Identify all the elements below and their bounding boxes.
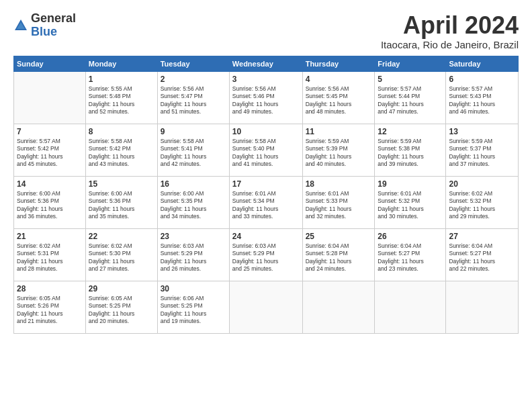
calendar-cell: 28Sunrise: 6:05 AMSunset: 5:26 PMDayligh… bbox=[14, 281, 86, 333]
day-info: Sunrise: 6:03 AMSunset: 5:29 PMDaylight:… bbox=[161, 242, 226, 273]
day-number: 13 bbox=[449, 127, 515, 136]
day-number: 2 bbox=[161, 75, 226, 84]
day-info: Sunrise: 6:04 AMSunset: 5:27 PMDaylight:… bbox=[449, 242, 515, 273]
day-info: Sunrise: 6:00 AMSunset: 5:36 PMDaylight:… bbox=[17, 190, 83, 221]
calendar-cell: 13Sunrise: 5:59 AMSunset: 5:37 PMDayligh… bbox=[446, 124, 519, 176]
day-number: 9 bbox=[161, 127, 226, 136]
day-info: Sunrise: 5:58 AMSunset: 5:41 PMDaylight:… bbox=[161, 138, 226, 169]
logo-general: General bbox=[31, 12, 76, 26]
calendar-cell: 18Sunrise: 6:01 AMSunset: 5:33 PMDayligh… bbox=[302, 176, 375, 228]
calendar-cell bbox=[229, 281, 302, 333]
logo-icon bbox=[13, 18, 28, 33]
calendar-cell: 14Sunrise: 6:00 AMSunset: 5:36 PMDayligh… bbox=[14, 176, 86, 228]
day-info: Sunrise: 5:58 AMSunset: 5:40 PMDaylight:… bbox=[232, 138, 300, 169]
calendar-cell: 6Sunrise: 5:57 AMSunset: 5:43 PMDaylight… bbox=[446, 71, 519, 124]
day-number: 18 bbox=[306, 179, 372, 189]
day-number: 14 bbox=[17, 179, 83, 189]
calendar-cell: 19Sunrise: 6:01 AMSunset: 5:32 PMDayligh… bbox=[375, 176, 446, 228]
day-info: Sunrise: 6:01 AMSunset: 5:32 PMDaylight:… bbox=[378, 190, 443, 221]
calendar-cell: 23Sunrise: 6:03 AMSunset: 5:29 PMDayligh… bbox=[157, 228, 229, 281]
calendar-cell: 10Sunrise: 5:58 AMSunset: 5:40 PMDayligh… bbox=[229, 124, 302, 176]
day-info: Sunrise: 6:01 AMSunset: 5:33 PMDaylight:… bbox=[306, 190, 372, 221]
day-number: 30 bbox=[161, 284, 226, 293]
day-number: 25 bbox=[306, 232, 372, 241]
calendar-week-row-2: 7Sunrise: 5:57 AMSunset: 5:42 PMDaylight… bbox=[14, 124, 519, 176]
col-tuesday: Tuesday bbox=[157, 56, 229, 71]
col-wednesday: Wednesday bbox=[229, 56, 302, 71]
calendar-cell bbox=[446, 281, 519, 333]
day-info: Sunrise: 5:59 AMSunset: 5:38 PMDaylight:… bbox=[378, 138, 443, 169]
day-info: Sunrise: 6:02 AMSunset: 5:30 PMDaylight:… bbox=[89, 242, 154, 273]
day-info: Sunrise: 5:57 AMSunset: 5:43 PMDaylight:… bbox=[449, 85, 515, 116]
day-info: Sunrise: 6:02 AMSunset: 5:32 PMDaylight:… bbox=[449, 190, 515, 221]
logo-text: General Blue bbox=[31, 12, 76, 39]
day-number: 7 bbox=[17, 127, 83, 136]
day-number: 4 bbox=[306, 75, 372, 84]
day-info: Sunrise: 5:56 AMSunset: 5:46 PMDaylight:… bbox=[232, 85, 300, 116]
day-number: 15 bbox=[89, 179, 154, 189]
day-info: Sunrise: 5:59 AMSunset: 5:39 PMDaylight:… bbox=[306, 138, 372, 169]
day-info: Sunrise: 5:55 AMSunset: 5:48 PMDaylight:… bbox=[89, 85, 154, 116]
day-number: 21 bbox=[17, 232, 83, 241]
day-number: 6 bbox=[449, 75, 515, 84]
calendar-cell: 20Sunrise: 6:02 AMSunset: 5:32 PMDayligh… bbox=[446, 176, 519, 228]
calendar-cell: 26Sunrise: 6:04 AMSunset: 5:27 PMDayligh… bbox=[375, 228, 446, 281]
day-number: 8 bbox=[89, 127, 154, 136]
day-info: Sunrise: 6:03 AMSunset: 5:29 PMDaylight:… bbox=[232, 242, 300, 273]
day-info: Sunrise: 5:56 AMSunset: 5:47 PMDaylight:… bbox=[161, 85, 226, 116]
calendar-cell: 25Sunrise: 6:04 AMSunset: 5:28 PMDayligh… bbox=[302, 228, 375, 281]
day-number: 10 bbox=[232, 127, 300, 136]
calendar-week-row-5: 28Sunrise: 6:05 AMSunset: 5:26 PMDayligh… bbox=[14, 281, 519, 333]
calendar-cell: 21Sunrise: 6:02 AMSunset: 5:31 PMDayligh… bbox=[14, 228, 86, 281]
calendar-cell: 24Sunrise: 6:03 AMSunset: 5:29 PMDayligh… bbox=[229, 228, 302, 281]
calendar-cell: 29Sunrise: 6:05 AMSunset: 5:25 PMDayligh… bbox=[85, 281, 157, 333]
title-block: April 2024 Itaocara, Rio de Janeiro, Bra… bbox=[381, 12, 519, 50]
calendar-cell: 11Sunrise: 5:59 AMSunset: 5:39 PMDayligh… bbox=[302, 124, 375, 176]
calendar-cell: 3Sunrise: 5:56 AMSunset: 5:46 PMDaylight… bbox=[229, 71, 302, 124]
col-thursday: Thursday bbox=[302, 56, 375, 71]
calendar-week-row-4: 21Sunrise: 6:02 AMSunset: 5:31 PMDayligh… bbox=[14, 228, 519, 281]
col-saturday: Saturday bbox=[446, 56, 519, 71]
title-month: April 2024 bbox=[381, 12, 519, 39]
day-number: 20 bbox=[449, 179, 515, 189]
calendar-cell: 1Sunrise: 5:55 AMSunset: 5:48 PMDaylight… bbox=[85, 71, 157, 124]
calendar-cell: 7Sunrise: 5:57 AMSunset: 5:42 PMDaylight… bbox=[14, 124, 86, 176]
day-number: 1 bbox=[89, 75, 154, 84]
day-number: 3 bbox=[232, 75, 300, 84]
day-info: Sunrise: 6:02 AMSunset: 5:31 PMDaylight:… bbox=[17, 242, 83, 273]
calendar-cell: 15Sunrise: 6:00 AMSunset: 5:36 PMDayligh… bbox=[85, 176, 157, 228]
day-number: 5 bbox=[378, 75, 443, 84]
calendar-cell: 22Sunrise: 6:02 AMSunset: 5:30 PMDayligh… bbox=[85, 228, 157, 281]
day-number: 26 bbox=[378, 232, 443, 241]
calendar-cell bbox=[302, 281, 375, 333]
col-friday: Friday bbox=[375, 56, 446, 71]
day-info: Sunrise: 5:58 AMSunset: 5:42 PMDaylight:… bbox=[89, 138, 154, 169]
day-info: Sunrise: 6:01 AMSunset: 5:34 PMDaylight:… bbox=[232, 190, 300, 221]
day-info: Sunrise: 6:05 AMSunset: 5:26 PMDaylight:… bbox=[17, 295, 83, 326]
calendar-cell: 16Sunrise: 6:00 AMSunset: 5:35 PMDayligh… bbox=[157, 176, 229, 228]
day-number: 17 bbox=[232, 179, 300, 189]
col-monday: Monday bbox=[85, 56, 157, 71]
calendar-cell: 2Sunrise: 5:56 AMSunset: 5:47 PMDaylight… bbox=[157, 71, 229, 124]
calendar-table: Sunday Monday Tuesday Wednesday Thursday… bbox=[13, 56, 519, 334]
day-number: 19 bbox=[378, 179, 443, 189]
day-info: Sunrise: 6:06 AMSunset: 5:25 PMDaylight:… bbox=[161, 295, 226, 326]
day-info: Sunrise: 6:04 AMSunset: 5:27 PMDaylight:… bbox=[378, 242, 443, 273]
day-number: 11 bbox=[306, 127, 372, 136]
day-number: 12 bbox=[378, 127, 443, 136]
calendar-cell bbox=[14, 71, 86, 124]
title-location: Itaocara, Rio de Janeiro, Brazil bbox=[381, 39, 519, 50]
calendar-cell: 27Sunrise: 6:04 AMSunset: 5:27 PMDayligh… bbox=[446, 228, 519, 281]
day-info: Sunrise: 6:00 AMSunset: 5:36 PMDaylight:… bbox=[89, 190, 154, 221]
page: General Blue April 2024 Itaocara, Rio de… bbox=[0, 0, 532, 411]
day-info: Sunrise: 5:57 AMSunset: 5:42 PMDaylight:… bbox=[17, 138, 83, 169]
day-info: Sunrise: 5:59 AMSunset: 5:37 PMDaylight:… bbox=[449, 138, 515, 169]
header: General Blue April 2024 Itaocara, Rio de… bbox=[13, 12, 519, 50]
calendar-week-row-1: 1Sunrise: 5:55 AMSunset: 5:48 PMDaylight… bbox=[14, 71, 519, 124]
day-number: 23 bbox=[161, 232, 226, 241]
calendar-cell: 12Sunrise: 5:59 AMSunset: 5:38 PMDayligh… bbox=[375, 124, 446, 176]
day-number: 29 bbox=[89, 284, 154, 293]
calendar-cell: 9Sunrise: 5:58 AMSunset: 5:41 PMDaylight… bbox=[157, 124, 229, 176]
day-number: 22 bbox=[89, 232, 154, 241]
calendar-cell bbox=[375, 281, 446, 333]
